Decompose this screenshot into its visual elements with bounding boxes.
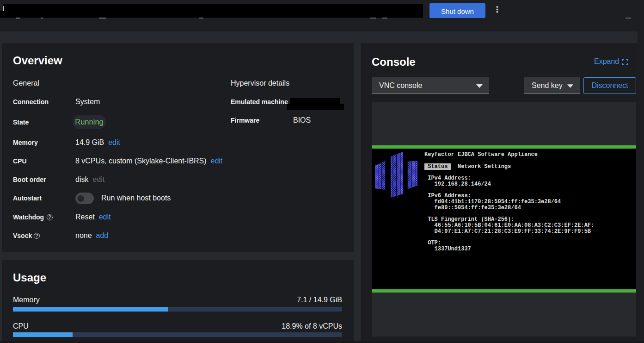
svg-text:?: ? [48, 214, 51, 220]
svg-text:?: ? [35, 233, 38, 238]
